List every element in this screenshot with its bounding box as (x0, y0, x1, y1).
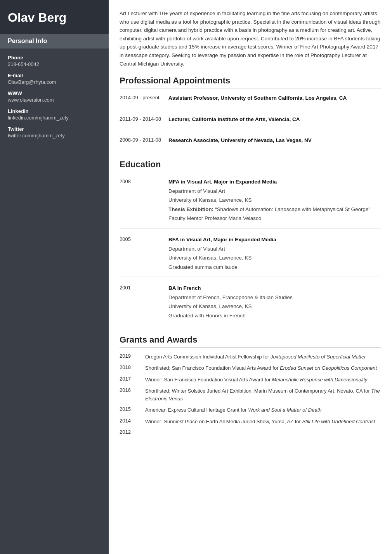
contact-value: twitter.com/mjhamm_zety (8, 133, 101, 138)
entry-detail: Thesis Exhibition: “Shadows of Automatio… (168, 205, 381, 214)
list-item: 2017Winner: San Francisco Foundation Vis… (120, 376, 381, 384)
list-item: 2014Winner: Sunniest Place on Earth All … (120, 418, 381, 426)
table-row: 2008MFA in Visual Art, Major in Expanded… (120, 178, 381, 229)
grants-date: 2012 (120, 429, 139, 435)
main-content: Art Lecturer with 10+ years of experienc… (109, 0, 392, 554)
entry-date: 2008-09 - 2011-08 (120, 136, 162, 145)
entry-date: 2005 (120, 235, 162, 271)
grants-date: 2018 (120, 364, 139, 372)
entry-body: Research Associate, University of Nevada… (168, 136, 381, 145)
contact-item: WWWwww.olaversion.com (8, 90, 101, 103)
list-item: 2018Shortlisted: San Francisco Foundatio… (120, 364, 381, 372)
entry-body: BFA in Visual Art, Major in Expanded Med… (168, 235, 381, 271)
grants-date: 2017 (120, 376, 139, 384)
entry-detail: Department of French, Francophone & Ital… (168, 293, 381, 302)
entry-detail: Faculty Mentor Professor Maria Velasco (168, 214, 381, 223)
summary-text: Art Lecturer with 10+ years of experienc… (120, 9, 381, 68)
grants-date: 2014 (120, 418, 139, 426)
entry-detail: University of Kansas, Lawrence, KS (168, 254, 381, 262)
personal-info-label: Personal Info (8, 38, 101, 45)
entry-title: Research Associate, University of Nevada… (168, 136, 381, 145)
entry-title: Lecturer, California Institute of the Ar… (168, 115, 381, 124)
entry-title: Assistant Professor, University of South… (168, 94, 381, 102)
grants-date: 2016 (120, 387, 139, 402)
contact-list: Phone218-654-0042E-mailOlavBerg@rhyta.co… (0, 48, 109, 150)
sidebar: Olav Berg Personal Info Phone218-654-004… (0, 0, 109, 554)
grants-entries: 2019Oregon Arts Commission Individual Ar… (120, 353, 381, 435)
entry-title: MFA in Visual Art, Major in Expanded Med… (168, 178, 381, 186)
list-item: 2015American Express Cultural Heritage G… (120, 406, 381, 414)
table-row: 2008-09 - 2011-08Research Associate, Uni… (120, 136, 381, 150)
education-entries: 2008MFA in Visual Art, Major in Expanded… (120, 178, 381, 325)
table-row: 2005BFA in Visual Art, Major in Expanded… (120, 235, 381, 277)
education-title: Education (120, 159, 381, 172)
entry-body: BA in FrenchDepartment of French, Franco… (168, 284, 381, 320)
entry-date: 2014-09 - present (120, 94, 162, 102)
list-item: 2019Oregon Arts Commission Individual Ar… (120, 353, 381, 361)
grants-title: Grants and Awards (120, 335, 381, 348)
entry-body: MFA in Visual Art, Major in Expanded Med… (168, 178, 381, 223)
contact-item: LinkedInlinkedin.com/mjhamm_zety (8, 108, 101, 121)
entry-date: 2001 (120, 284, 162, 320)
grants-body: Winner: Sunniest Place on Earth All Medi… (145, 418, 381, 426)
entry-detail: Graduated summa cum laude (168, 263, 381, 272)
appointments-section: Professional Appointments 2014-09 - pres… (120, 76, 381, 150)
contact-value: linkedin.com/mjhamm_zety (8, 115, 101, 121)
appointments-title: Professional Appointments (120, 76, 381, 88)
contact-item: Twittertwitter.com/mjhamm_zety (8, 126, 101, 138)
entry-body: Assistant Professor, University of South… (168, 94, 381, 102)
education-section: Education 2008MFA in Visual Art, Major i… (120, 159, 381, 325)
grants-body: Shortlisted: Winter Solstice Juried Art … (145, 387, 381, 402)
entry-title: BFA in Visual Art, Major in Expanded Med… (168, 235, 381, 244)
table-row: 2014-09 - presentAssistant Professor, Un… (120, 94, 381, 108)
grants-date: 2019 (120, 353, 139, 361)
contact-value: OlavBerg@rhyta.com (8, 79, 101, 85)
name-section: Olav Berg (0, 0, 109, 34)
entry-detail: University of Kansas, Lawrence, KS (168, 196, 381, 204)
entry-date: 2011-09 - 2014-08 (120, 115, 162, 124)
contact-label: WWW (8, 90, 101, 96)
entry-title: BA in French (168, 284, 381, 293)
grants-section: Grants and Awards 2019Oregon Arts Commis… (120, 335, 381, 435)
entry-detail: University of Kansas, Lawrence, KS (168, 302, 381, 311)
grants-body (145, 429, 381, 435)
appointments-entries: 2014-09 - presentAssistant Professor, Un… (120, 94, 381, 150)
table-row: 2011-09 - 2014-08Lecturer, California In… (120, 115, 381, 130)
contact-item: E-mailOlavBerg@rhyta.com (8, 73, 101, 85)
contact-label: E-mail (8, 73, 101, 78)
grants-body: Winner: San Francisco Foundation Visual … (145, 376, 381, 384)
grants-body: Oregon Arts Commission Individual Artist… (145, 353, 381, 361)
contact-label: Twitter (8, 126, 101, 132)
personal-info-header: Personal Info (0, 34, 109, 48)
full-name: Olav Berg (8, 11, 101, 24)
grants-date: 2015 (120, 406, 139, 414)
grants-body: Shortlisted: San Francisco Foundation Vi… (145, 364, 381, 372)
contact-label: Phone (8, 55, 101, 61)
list-item: 2016Shortlisted: Winter Solstice Juried … (120, 387, 381, 402)
list-item: 2012 (120, 429, 381, 435)
contact-value: www.olaversion.com (8, 97, 101, 103)
grants-body: American Express Cultural Heritage Grant… (145, 406, 381, 414)
entry-body: Lecturer, California Institute of the Ar… (168, 115, 381, 124)
contact-item: Phone218-654-0042 (8, 55, 101, 67)
entry-detail: Department of Visual Art (168, 245, 381, 253)
entry-detail: Graduated with Honors in French (168, 312, 381, 320)
entry-detail: Department of Visual Art (168, 187, 381, 196)
contact-label: LinkedIn (8, 108, 101, 114)
table-row: 2001BA in FrenchDepartment of French, Fr… (120, 284, 381, 325)
contact-value: 218-654-0042 (8, 61, 101, 67)
entry-date: 2008 (120, 178, 162, 223)
